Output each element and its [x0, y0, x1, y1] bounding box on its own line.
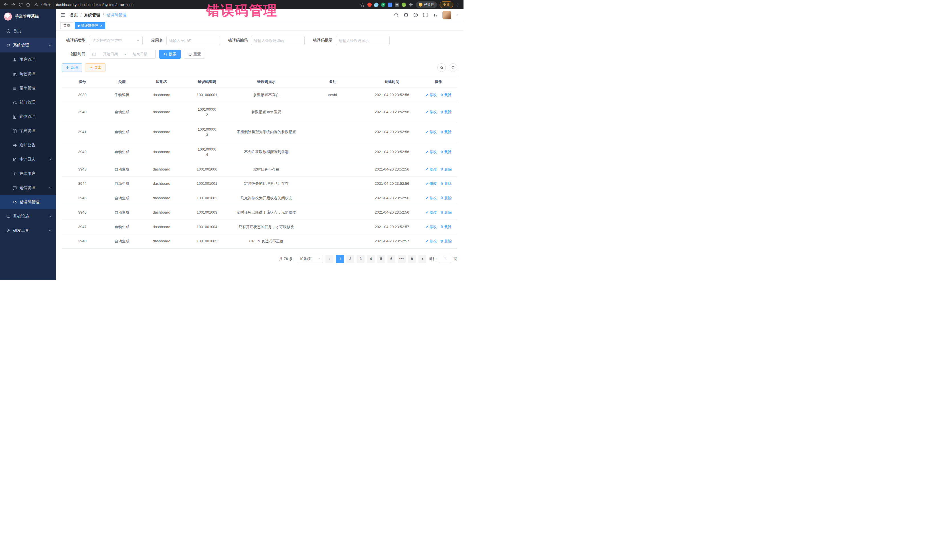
github-icon[interactable] — [404, 12, 409, 17]
bookmark-star-icon[interactable] — [360, 2, 365, 7]
sidebar-item-6[interactable]: 岗位管理 — [0, 109, 56, 124]
delete-link[interactable]: 删除 — [440, 238, 452, 244]
page-button-6[interactable]: 6 — [388, 255, 395, 263]
edit-link[interactable]: 修改 — [425, 149, 437, 155]
page-button-2[interactable]: 2 — [346, 255, 354, 263]
page-button-1[interactable]: 1 — [336, 255, 344, 263]
browser-menu-icon[interactable]: ⋮ — [456, 2, 460, 7]
tag-close-icon[interactable]: × — [100, 24, 102, 28]
red-dot-extension-icon[interactable] — [368, 3, 372, 7]
trash-icon — [440, 211, 444, 214]
edit-link[interactable]: 修改 — [425, 224, 437, 230]
goto-page-input[interactable] — [439, 255, 451, 263]
cell-type: 自动生成 — [103, 145, 141, 159]
edit-link[interactable]: 修改 — [425, 238, 437, 244]
delete-link[interactable]: 删除 — [440, 224, 452, 230]
delete-link[interactable]: 删除 — [440, 149, 452, 155]
sidebar-item-label: 菜单管理 — [20, 85, 35, 91]
edit-link[interactable]: 修改 — [425, 209, 437, 215]
delete-link[interactable]: 删除 — [440, 92, 452, 98]
app-name-input[interactable] — [166, 36, 220, 45]
edit-link[interactable]: 修改 — [425, 109, 437, 115]
page-button-8[interactable]: 8 — [408, 255, 416, 263]
fullscreen-icon[interactable] — [423, 12, 428, 17]
page-button-3[interactable]: 3 — [357, 255, 365, 263]
sidebar-item-8[interactable]: 通知公告 — [0, 138, 56, 152]
page-button-5[interactable]: 5 — [377, 255, 385, 263]
hamburger-icon[interactable] — [61, 12, 66, 18]
extensions-area: Von — [368, 3, 406, 7]
on-badge-extension-icon[interactable]: on — [395, 3, 399, 7]
delete-link[interactable]: 删除 — [440, 167, 452, 172]
next-page-button[interactable] — [418, 255, 426, 263]
edit-link[interactable]: 修改 — [425, 195, 437, 201]
page-button-4[interactable]: 4 — [367, 255, 375, 263]
date-range-picker[interactable]: 开始日期 - 结束日期 — [89, 50, 156, 59]
delete-link[interactable]: 删除 — [440, 195, 452, 201]
sidebar-item-7[interactable]: 字典管理 — [0, 124, 56, 138]
green-check-extension-icon[interactable]: V — [381, 3, 385, 7]
page-unit: 页 — [453, 256, 457, 261]
browser-home-icon[interactable] — [26, 2, 30, 7]
toggle-search-button[interactable] — [437, 63, 446, 72]
delete-link[interactable]: 删除 — [440, 129, 452, 135]
edit-link[interactable]: 修改 — [425, 181, 437, 187]
delete-link[interactable]: 删除 — [440, 181, 452, 187]
sidebar-item-13[interactable]: 基础设施 — [0, 209, 56, 223]
reset-button[interactable]: 重置 — [184, 50, 205, 59]
add-button[interactable]: 新增 — [62, 63, 82, 72]
sidebar-item-1[interactable]: 系统管理 — [0, 38, 56, 52]
delete-link[interactable]: 删除 — [440, 209, 452, 215]
tag-error-code[interactable]: 错误码管理 × — [75, 22, 105, 29]
green-leaf-extension-icon[interactable] — [401, 3, 406, 7]
avatar-caret-icon[interactable] — [456, 14, 459, 17]
chevron-left-icon — [328, 257, 331, 261]
edit-icon — [425, 211, 429, 214]
table-tools — [437, 63, 457, 72]
sidebar-item-11[interactable]: 短信管理 — [0, 181, 56, 195]
refresh-table-button[interactable] — [449, 63, 457, 72]
font-size-icon[interactable] — [433, 12, 438, 17]
error-hint-input[interactable] — [336, 36, 390, 45]
tag-home[interactable]: 首页 — [61, 22, 73, 29]
more-pages-button[interactable]: ••• — [398, 255, 406, 263]
sidebar-item-2[interactable]: 用户管理 — [0, 52, 56, 67]
error-type-select[interactable]: 请选择错误码类型 — [89, 36, 143, 45]
error-code-input[interactable] — [251, 36, 305, 45]
help-icon[interactable] — [413, 12, 418, 17]
page-size-select[interactable]: 10条/页 — [296, 255, 323, 263]
export-button[interactable]: 导出 — [85, 63, 106, 72]
breadcrumb-system[interactable]: 系统管理 — [84, 12, 100, 18]
delete-link[interactable]: 删除 — [440, 109, 452, 115]
sidebar-item-5[interactable]: 部门管理 — [0, 95, 56, 109]
blue-drop-extension-icon[interactable] — [374, 3, 378, 7]
breadcrumb-separator: / — [81, 13, 82, 17]
sidebar-item-4[interactable]: 菜单管理 — [0, 81, 56, 95]
sidebar-item-3[interactable]: 角色管理 — [0, 67, 56, 81]
address-bar[interactable]: 不安全 dashboard.yudao.iocoder.cn/system/er… — [34, 2, 356, 7]
logo-avatar — [4, 12, 12, 21]
header-search-icon[interactable] — [394, 12, 399, 17]
breadcrumb-home[interactable]: 首页 — [70, 12, 78, 18]
edit-link[interactable]: 修改 — [425, 92, 437, 98]
puzzle-icon[interactable] — [409, 2, 413, 7]
sidebar-item-9[interactable]: 审计日志 — [0, 152, 56, 167]
sidebar-item-10[interactable]: 在线用户 — [0, 167, 56, 181]
search-button[interactable]: 搜索 — [159, 50, 181, 59]
edit-link[interactable]: 修改 — [425, 167, 437, 172]
sidebar-item-12[interactable]: 错误码管理 — [0, 195, 56, 209]
prev-page-button[interactable] — [325, 255, 333, 263]
update-button[interactable]: 更新 — [439, 2, 453, 8]
navbar: 首页 / 系统管理 / 错误码管理 — [56, 9, 464, 21]
blue-grid-extension-icon[interactable] — [388, 3, 392, 7]
forward-icon[interactable] — [11, 2, 16, 7]
paused-badge[interactable]: 已暂停 — [416, 2, 437, 8]
reload-icon[interactable] — [18, 2, 23, 7]
edit-link[interactable]: 修改 — [425, 129, 437, 135]
sidebar-item-0[interactable]: 首页 — [0, 24, 56, 38]
back-icon[interactable] — [3, 2, 8, 7]
logo[interactable]: 芋道管理系统 — [0, 9, 56, 24]
user-avatar[interactable] — [442, 11, 451, 20]
sidebar-item-14[interactable]: 研发工具 — [0, 223, 56, 238]
refresh-icon — [188, 52, 192, 56]
